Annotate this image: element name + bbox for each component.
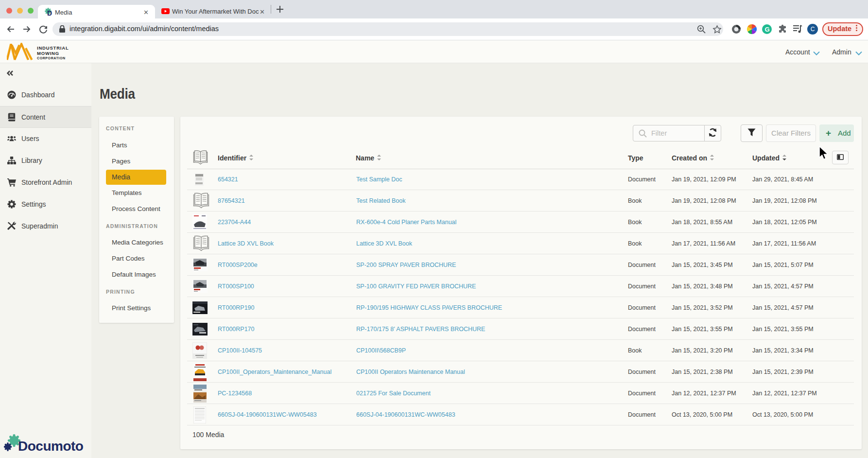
- svg-text:D: D: [47, 9, 52, 17]
- svg-text:INDUSTRIAL: INDUSTRIAL: [37, 45, 69, 51]
- svg-text:G: G: [765, 26, 770, 33]
- svg-text:MOWING: MOWING: [37, 51, 59, 56]
- svg-text:Documoto: Documoto: [18, 439, 84, 454]
- svg-text:CORPORATION: CORPORATION: [37, 56, 66, 60]
